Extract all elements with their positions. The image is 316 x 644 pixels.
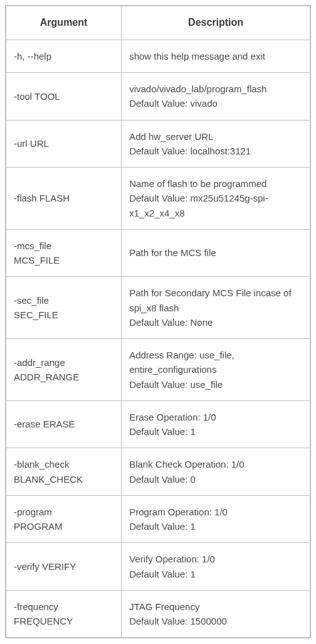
- argument-text: -frequency: [14, 599, 113, 614]
- argument-cell: -blank_checkBLANK_CHECK: [6, 448, 122, 496]
- table-header-row: Argument Description: [6, 6, 310, 40]
- table-row: -erase ERASEErase Operation: 1/0Default …: [6, 400, 310, 448]
- argument-cell: -url URL: [6, 120, 122, 168]
- description-text: vivado/vivado_lab/program_flash: [129, 82, 302, 96]
- table-row: -verify VERIFYVerify Operation: 1/0Defau…: [6, 543, 310, 591]
- argument-text: -sec_file: [14, 293, 113, 308]
- argument-text: -addr_range: [14, 355, 113, 370]
- description-cell: Path for the MCS file: [122, 229, 310, 277]
- arguments-table: Argument Description -h, --helpshow this…: [5, 5, 311, 638]
- table-row: -addr_rangeADDR_RANGEAddress Range: use_…: [6, 339, 310, 401]
- table-row: -flash FLASHName of flash to be programm…: [6, 168, 310, 230]
- col-header-argument: Argument: [6, 6, 122, 40]
- description-text: JTAG Frequency: [129, 599, 302, 614]
- argument-text: -mcs_file: [14, 239, 113, 253]
- description-text: Path for Secondary MCS File incase of sp…: [129, 286, 302, 315]
- description-text: Default Value: 1: [129, 567, 302, 581]
- argument-text: MCS_FILE: [14, 253, 113, 267]
- argument-text: -url URL: [14, 136, 113, 151]
- description-text: Default Value: 0: [129, 472, 302, 486]
- description-text: Blank Check Operation: 1/0: [129, 457, 302, 471]
- argument-text: -blank_check: [14, 457, 113, 471]
- description-text: Address Range: use_file, entire_configur…: [129, 348, 302, 377]
- argument-text: SEC_FILE: [14, 308, 113, 322]
- table-row: -tool TOOLvivado/vivado_lab/program_flas…: [6, 73, 310, 121]
- description-text: Path for the MCS file: [129, 245, 302, 260]
- argument-text: -flash FLASH: [14, 191, 113, 205]
- argument-text: -erase ERASE: [14, 417, 113, 431]
- argument-text: -verify VERIFY: [14, 559, 113, 574]
- argument-cell: -frequencyFREQUENCY: [6, 590, 122, 638]
- argument-text: -tool TOOL: [14, 89, 113, 104]
- description-cell: Add hw_server URLDefault Value: localhos…: [122, 120, 310, 168]
- description-text: Name of flash to be programmed: [129, 176, 302, 191]
- table-row: -h, --helpshow this help message and exi…: [6, 40, 310, 72]
- argument-text: -program: [14, 505, 113, 519]
- argument-text: BLANK_CHECK: [14, 472, 113, 486]
- description-text: Add hw_server URL: [129, 129, 302, 144]
- argument-cell: -tool TOOL: [6, 73, 122, 121]
- argument-cell: -mcs_fileMCS_FILE: [6, 229, 122, 277]
- argument-cell: -verify VERIFY: [6, 543, 122, 591]
- argument-text: PROGRAM: [14, 519, 113, 534]
- table-row: -mcs_fileMCS_FILEPath for the MCS file: [6, 229, 310, 277]
- description-text: Default Value: use_file: [129, 377, 302, 392]
- description-cell: Path for Secondary MCS File incase of sp…: [122, 277, 310, 339]
- argument-cell: -programPROGRAM: [6, 495, 122, 543]
- description-cell: Blank Check Operation: 1/0Default Value:…: [122, 448, 310, 496]
- description-text: Default Value: vivado: [129, 96, 302, 110]
- argument-cell: -addr_rangeADDR_RANGE: [6, 339, 122, 401]
- description-text: Erase Operation: 1/0: [129, 410, 302, 424]
- description-text: Default Value: None: [129, 315, 302, 330]
- table-row: -sec_fileSEC_FILEPath for Secondary MCS …: [6, 277, 310, 339]
- description-text: Default Value: 1: [129, 424, 302, 439]
- description-cell: Name of flash to be programmedDefault Va…: [122, 168, 310, 230]
- argument-cell: -sec_fileSEC_FILE: [6, 277, 122, 339]
- description-cell: Erase Operation: 1/0Default Value: 1: [122, 400, 310, 448]
- description-cell: Address Range: use_file, entire_configur…: [122, 339, 310, 401]
- description-cell: JTAG FrequencyDefault Value: 1500000: [122, 590, 310, 638]
- description-cell: Verify Operation: 1/0Default Value: 1: [122, 543, 310, 591]
- table-row: -url URLAdd hw_server URLDefault Value: …: [6, 120, 310, 168]
- col-header-description: Description: [122, 6, 310, 40]
- description-text: Default Value: mx25u51245g-spi-x1_x2_x4_…: [129, 191, 302, 220]
- argument-text: FREQUENCY: [14, 614, 113, 628]
- description-cell: vivado/vivado_lab/program_flashDefault V…: [122, 73, 310, 121]
- description-text: Program Operation: 1/0: [129, 505, 302, 519]
- table-row: -blank_checkBLANK_CHECKBlank Check Opera…: [6, 448, 310, 496]
- argument-cell: -erase ERASE: [6, 400, 122, 448]
- description-cell: Program Operation: 1/0Default Value: 1: [122, 495, 310, 543]
- table-row: -programPROGRAMProgram Operation: 1/0Def…: [6, 495, 310, 543]
- argument-text: ADDR_RANGE: [14, 370, 113, 384]
- argument-cell: -flash FLASH: [6, 168, 122, 230]
- argument-text: -h, --help: [14, 49, 113, 63]
- description-text: show this help message and exit: [129, 49, 302, 63]
- argument-cell: -h, --help: [6, 40, 122, 72]
- description-text: Verify Operation: 1/0: [129, 552, 302, 566]
- description-cell: show this help message and exit: [122, 40, 310, 72]
- description-text: Default Value: 1: [129, 519, 302, 534]
- table-row: -frequencyFREQUENCYJTAG FrequencyDefault…: [6, 590, 310, 638]
- description-text: Default Value: localhost:3121: [129, 144, 302, 158]
- description-text: Default Value: 1500000: [129, 614, 302, 628]
